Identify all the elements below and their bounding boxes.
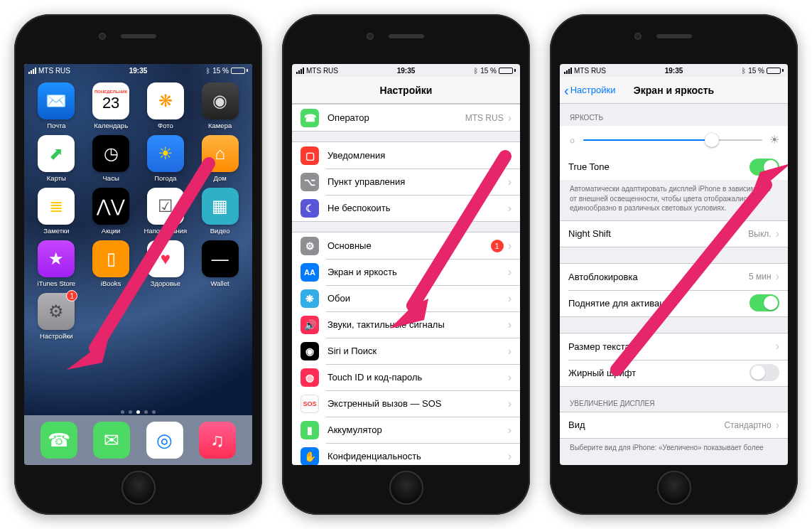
battery-icon (499, 68, 516, 74)
settings-list[interactable]: ☎︎ОператорMTS RUS›▢Уведомления›⌥Пункт уп… (292, 104, 520, 465)
app-icon-почта[interactable]: ✉️Почта (33, 82, 80, 129)
row-auto-lock[interactable]: Автоблокировка 5 мин › (560, 264, 788, 290)
settings-row-gear[interactable]: ⚙︎Основные1› (292, 233, 520, 259)
battery-icon (767, 68, 784, 74)
app-label: Дом (213, 174, 226, 182)
moon-icon: ☾ (301, 199, 319, 218)
dock-music[interactable]: ♫ (199, 422, 236, 459)
app-icon-itunes store[interactable]: ★iTunes Store (33, 240, 80, 287)
row-label: Уведомления (327, 150, 508, 161)
app-glyph: ☑︎ (147, 188, 184, 225)
settings-row-flower[interactable]: ❋Обои› (292, 285, 520, 311)
app-glyph: ◷ (92, 135, 129, 172)
app-icon-заметки[interactable]: ≣Заметки (33, 188, 80, 235)
chevron-right-icon: › (776, 340, 779, 353)
chevron-left-icon: ‹ (564, 83, 569, 97)
app-icon-wallet[interactable]: —Wallet (196, 240, 244, 287)
phone-frame-home: MTS RUS 19:35 ᛒ 15 % ✉️ПочтаПОНЕДЕЛЬНИК2… (14, 14, 262, 515)
dock-messages[interactable]: ✉︎ (93, 422, 130, 459)
settings-screen: MTS RUS 19:35 ᛒ 15 % Настройки ☎︎Операто… (292, 64, 520, 465)
chevron-right-icon: › (508, 202, 511, 215)
phone-icon: ☎︎ (301, 109, 319, 127)
app-icon-здоровье[interactable]: ♥︎Здоровье (142, 240, 190, 287)
app-icon-настройки[interactable]: ⚙︎1Настройки (33, 293, 80, 340)
chevron-right-icon: › (508, 319, 511, 331)
row-view[interactable]: Вид Стандартно › (560, 412, 788, 438)
row-value: MTS RUS (465, 113, 504, 123)
app-icon-напоминания[interactable]: ☑︎Напоминания (142, 188, 190, 235)
settings-row-AA[interactable]: AAЭкран и яркость› (292, 259, 520, 285)
app-glyph: ⋀⋁ (92, 188, 129, 225)
chevron-right-icon: › (776, 228, 779, 240)
app-icon-видео[interactable]: ▦Видео (196, 188, 244, 235)
chevron-right-icon: › (508, 371, 511, 384)
toggle-raise-to-wake[interactable] (749, 294, 779, 311)
app-glyph: ⌂ (202, 135, 239, 172)
settings-row-phone[interactable]: ☎︎ОператорMTS RUS› (292, 105, 520, 131)
app-icon-фото[interactable]: ❋Фото (142, 82, 190, 129)
app-glyph: ✉️ (38, 82, 75, 119)
app-glyph: ♥︎ (147, 240, 184, 277)
row-true-tone[interactable]: True Tone (560, 154, 788, 180)
app-icon-ibooks[interactable]: ▯iBooks (87, 240, 135, 287)
settings-row-moon[interactable]: ☾Не беспокоить› (292, 195, 520, 221)
brightness-slider[interactable] (583, 134, 762, 146)
dock-phone[interactable]: ☎︎ (40, 422, 77, 459)
row-label: Автоблокировка (568, 272, 749, 282)
section-header-zoom: УВЕЛИЧЕНИЕ ДИСПЛЕЯ (560, 386, 788, 412)
app-icon-камера[interactable]: ◉Камера (196, 82, 244, 129)
sun-small-icon: ☼ (568, 135, 576, 145)
hand-icon: ✋ (301, 447, 319, 466)
toggle-true-tone[interactable] (749, 159, 779, 176)
settings-row-touch[interactable]: ◍Touch ID и код-пароль› (292, 364, 520, 390)
battery-icon (231, 68, 248, 74)
settings-row-hand[interactable]: ✋Конфиденциальность› (292, 443, 520, 465)
row-label: Экран и яркость (327, 267, 508, 277)
bluetooth-icon: ᛒ (206, 67, 210, 75)
brightness-slider-row: ☼ ☀︎ (560, 126, 788, 154)
settings-row-sound[interactable]: 🔊Звуки, тактильные сигналы› (292, 311, 520, 338)
battery-pct: 15 % (212, 67, 229, 75)
app-label: iBooks (101, 279, 121, 287)
row-value: Стандартно (724, 420, 771, 430)
home-button[interactable] (389, 471, 423, 505)
app-glyph: ≣ (38, 188, 75, 225)
settings-row-notif[interactable]: ▢Уведомления› (292, 142, 520, 169)
view-footer: Выберите вид для iPhone: «Увеличено» пок… (560, 438, 788, 460)
nav-title: Настройки (380, 85, 433, 96)
settings-row-batt[interactable]: ▮Аккумулятор› (292, 417, 520, 443)
flower-icon: ❋ (301, 289, 319, 308)
home-button[interactable] (121, 471, 156, 505)
app-glyph: — (202, 240, 239, 277)
row-bold-text[interactable]: Жирный шрифт (560, 360, 788, 386)
row-raise-to-wake[interactable]: Поднятие для активации (560, 290, 788, 316)
status-time: 19:35 (665, 67, 683, 75)
row-text-size[interactable]: Размер текста › (560, 333, 788, 360)
settings-row-cc[interactable]: ⌥Пункт управления› (292, 169, 520, 195)
back-label: Настройки (570, 85, 616, 95)
app-icon-календарь[interactable]: ПОНЕДЕЛЬНИК23Календарь (87, 82, 135, 129)
app-icon-погода[interactable]: ☀︎Погода (142, 135, 190, 182)
section-gap (560, 316, 788, 333)
status-bar: MTS RUS 19:35 ᛒ 15 % (24, 64, 252, 77)
status-time: 19:35 (129, 67, 148, 75)
gear-icon: ⚙︎ (301, 237, 319, 255)
app-icon-часы[interactable]: ◷Часы (87, 135, 135, 182)
settings-row-sos[interactable]: SOSЭкстренный вызов — SOS› (292, 390, 520, 417)
toggle-bold-text[interactable] (749, 364, 779, 381)
page-dots[interactable] (24, 410, 252, 414)
back-button[interactable]: ‹ Настройки (564, 83, 615, 97)
dock-safari[interactable]: ◎ (146, 422, 183, 459)
row-night-shift[interactable]: Night Shift Выкл. › (560, 220, 788, 247)
app-icon-акции[interactable]: ⋀⋁Акции (87, 188, 135, 235)
app-glyph: ▦ (202, 188, 239, 225)
app-icon-карты[interactable]: ⬈Карты (33, 135, 80, 182)
home-button[interactable] (657, 471, 691, 505)
settings-row-siri[interactable]: ◉Siri и Поиск› (292, 338, 520, 364)
section-gap (292, 131, 520, 142)
AA-icon: AA (301, 263, 319, 282)
chevron-right-icon: › (776, 419, 779, 432)
carrier-label: MTS RUS (38, 67, 70, 75)
row-label: Вид (568, 420, 724, 430)
app-icon-дом[interactable]: ⌂Дом (196, 135, 244, 182)
